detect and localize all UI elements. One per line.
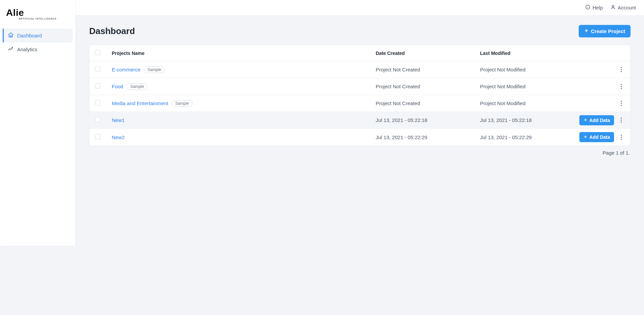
table-row: E-commerceSampleProject Not CreatedProje… [90, 61, 630, 78]
last-modified: Jul 13, 2021 - 05:22:18 [480, 117, 568, 123]
account-label: Account [618, 5, 636, 10]
project-link[interactable]: New1 [112, 117, 125, 123]
plus-icon [584, 28, 589, 34]
project-link[interactable]: E-commerce [112, 67, 140, 72]
table-row: FoodSampleProject Not CreatedProject Not… [90, 78, 630, 95]
svg-point-3 [612, 5, 614, 7]
last-modified: Project Not Modified [480, 100, 568, 106]
sidebar-item-dashboard[interactable]: Dashboard [3, 29, 73, 42]
sidebar: Alie ARTIFICIAL INTELLIGENCE Dashboard A… [0, 0, 76, 246]
content: Dashboard Create Project Projects Name D… [76, 15, 644, 165]
row-menu-icon[interactable] [617, 116, 625, 125]
date-created: Jul 13, 2021 - 05:22:29 [376, 134, 480, 140]
add-data-button[interactable]: Add Data [579, 132, 614, 142]
row-menu-icon[interactable] [617, 99, 625, 108]
row-menu-icon[interactable] [617, 133, 625, 141]
topbar: Help Account [76, 0, 644, 15]
project-link[interactable]: Media and Entertainment [112, 100, 168, 106]
last-modified: Jul 13, 2021 - 05:22:29 [480, 134, 568, 140]
plus-icon [583, 118, 587, 123]
add-data-label: Add Data [589, 118, 610, 123]
help-link[interactable]: Help [585, 4, 603, 11]
row-checkbox[interactable] [95, 100, 100, 105]
sidebar-item-analytics[interactable]: Analytics [3, 42, 73, 56]
row-checkbox[interactable] [95, 117, 100, 122]
logo: Alie ARTIFICIAL INTELLIGENCE [3, 5, 73, 27]
sidebar-nav: Dashboard Analytics [3, 29, 73, 56]
page-title: Dashboard [89, 26, 135, 36]
sidebar-item-label: Dashboard [17, 33, 42, 38]
home-icon [8, 32, 14, 39]
project-link[interactable]: New2 [112, 134, 125, 140]
plus-icon [583, 134, 587, 140]
last-modified: Project Not Modified [480, 84, 568, 89]
project-link[interactable]: Food [112, 84, 123, 89]
logo-tagline: ARTIFICIAL INTELLIGENCE [6, 18, 69, 20]
main: Help Account Dashboard Create Project [76, 0, 644, 315]
table-row: New2Jul 13, 2021 - 05:22:29Jul 13, 2021 … [90, 129, 630, 146]
sample-badge: Sample [127, 83, 148, 90]
sample-badge: Sample [172, 100, 193, 107]
sidebar-item-label: Analytics [17, 46, 37, 52]
pagination-text: Page 1 of 1. [89, 150, 631, 156]
help-label: Help [592, 5, 603, 10]
create-project-label: Create Project [591, 28, 625, 34]
col-date-created: Date Created [376, 51, 480, 56]
row-checkbox[interactable] [95, 66, 100, 72]
table-row: New1Jul 13, 2021 - 05:22:18Jul 13, 2021 … [90, 112, 630, 129]
account-link[interactable]: Account [610, 4, 636, 11]
projects-table: Projects Name Date Created Last Modified… [89, 45, 631, 146]
info-icon [585, 4, 590, 11]
user-icon [610, 4, 616, 11]
last-modified: Project Not Modified [480, 67, 568, 72]
sample-badge: Sample [144, 66, 165, 73]
col-projects-name: Projects Name [112, 51, 376, 56]
date-created: Project Not Created [376, 84, 480, 89]
col-last-modified: Last Modified [480, 51, 568, 56]
page-header: Dashboard Create Project [89, 25, 631, 37]
row-checkbox[interactable] [95, 134, 100, 139]
analytics-icon [8, 46, 14, 53]
row-menu-icon[interactable] [617, 65, 625, 74]
date-created: Project Not Created [376, 67, 480, 72]
date-created: Project Not Created [376, 100, 480, 106]
create-project-button[interactable]: Create Project [579, 25, 631, 37]
row-checkbox[interactable] [95, 83, 100, 89]
table-header: Projects Name Date Created Last Modified [90, 45, 630, 61]
date-created: Jul 13, 2021 - 05:22:18 [376, 117, 480, 123]
table-row: Media and EntertainmentSampleProject Not… [90, 95, 630, 112]
row-menu-icon[interactable] [617, 82, 625, 91]
add-data-button[interactable]: Add Data [579, 115, 614, 125]
logo-text: Alie [6, 8, 69, 18]
add-data-label: Add Data [589, 134, 610, 140]
select-all-checkbox[interactable] [95, 50, 100, 55]
